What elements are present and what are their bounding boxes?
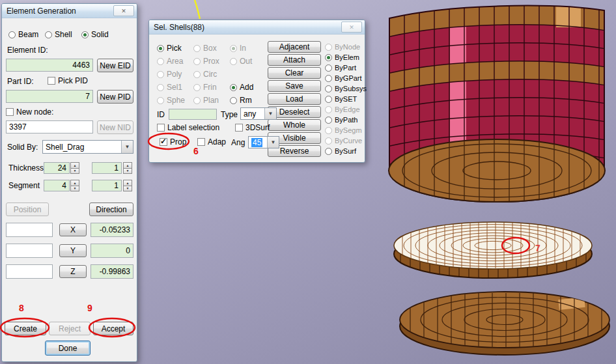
radio-label: ByPath: [335, 116, 357, 124]
spinner-down-icon[interactable]: ▼: [123, 169, 132, 175]
radio-dot: [157, 71, 164, 78]
save-button[interactable]: Save: [268, 80, 321, 92]
radio-label: BySubsys: [335, 85, 367, 92]
chevron-down-icon[interactable]: ▼: [264, 108, 276, 119]
solid-by-label: Solid By:: [7, 143, 38, 152]
radio-label: BySegm: [335, 126, 362, 134]
radio-dot: [230, 84, 237, 91]
type-label: Type: [221, 110, 238, 119]
radio-byset[interactable]: BySET: [325, 94, 357, 104]
spinner-down-icon[interactable]: ▼: [70, 186, 79, 192]
ang-value[interactable]: 45: [251, 138, 262, 147]
new-pid-button[interactable]: New PID: [97, 90, 133, 104]
radio-bygpart[interactable]: ByGPart: [325, 74, 362, 83]
radio-bypart[interactable]: ByPart: [325, 63, 356, 72]
load-button[interactable]: Load: [268, 93, 321, 105]
spinner-down-icon[interactable]: ▼: [123, 186, 132, 192]
radio-dot: [325, 137, 332, 145]
spinner-up-icon[interactable]: ▲: [123, 162, 132, 169]
segment-count-field[interactable]: 1: [92, 180, 122, 191]
radio-label: Pick: [167, 44, 182, 53]
prop-checkbox[interactable]: Prop: [160, 137, 186, 147]
radio-pick[interactable]: Pick: [157, 44, 182, 53]
spinner-up-icon[interactable]: ▲: [70, 162, 79, 169]
radio-sel1: Sel1: [157, 83, 182, 92]
axis-x-button[interactable]: X: [59, 223, 87, 236]
radio-add[interactable]: Add: [230, 83, 253, 92]
element-id-field[interactable]: 4463: [6, 59, 93, 72]
label-selection-checkbox[interactable]: Label selection: [157, 123, 219, 132]
radio-dot: [325, 85, 332, 92]
spinner-up-icon[interactable]: ▲: [70, 180, 79, 186]
ang-combo[interactable]: 45 ▼: [248, 136, 279, 148]
segment-field[interactable]: 4: [44, 180, 70, 191]
axis-y-button[interactable]: Y: [59, 244, 87, 257]
radio-dot: [193, 84, 201, 91]
cylinder-bottom-cap: [389, 139, 605, 202]
radio-label: In: [240, 44, 246, 53]
radio-bysegm: BySegm: [325, 126, 362, 135]
radio-bypath[interactable]: ByPath: [325, 115, 357, 124]
radio-beam[interactable]: Beam: [8, 30, 38, 39]
direction-z-value[interactable]: -0.99863: [91, 264, 133, 279]
radio-label: Circ: [203, 70, 217, 79]
radio-label: BySurf: [335, 147, 356, 155]
direction-x-input[interactable]: [6, 223, 53, 237]
radio-rm[interactable]: Rm: [230, 96, 252, 105]
segment-count-stepper[interactable]: ▲▼: [123, 180, 132, 191]
thickness-count-stepper[interactable]: ▲▼: [123, 162, 132, 174]
chevron-down-icon[interactable]: ▼: [121, 141, 133, 153]
accept-button[interactable]: Accept: [93, 322, 133, 335]
type-dropdown[interactable]: any ▼: [240, 107, 277, 120]
new-eid-button[interactable]: New EID: [97, 59, 133, 72]
direction-button[interactable]: Direction: [89, 203, 133, 216]
radio-label: Poly: [167, 70, 182, 79]
whole-button[interactable]: Whole: [268, 119, 321, 131]
new-node-field[interactable]: 3397: [6, 120, 93, 133]
radio-dot: [230, 97, 237, 104]
direction-z-input[interactable]: [6, 264, 53, 279]
radio-shell[interactable]: Shell: [45, 30, 72, 39]
thickness-field[interactable]: 24: [44, 162, 70, 174]
thickness-stepper[interactable]: ▲▼: [70, 162, 79, 174]
radio-label: ByPart: [335, 64, 356, 72]
radio-dot: [325, 44, 332, 51]
adjacent-button[interactable]: Adjacent: [268, 41, 321, 53]
3dsurf-checkbox[interactable]: 3DSurf: [235, 123, 270, 132]
clear-button[interactable]: Clear: [268, 67, 321, 79]
adap-checkbox[interactable]: Adap: [197, 137, 226, 147]
radio-byelem[interactable]: ByElem: [325, 53, 359, 62]
direction-x-value[interactable]: -0.05233: [91, 223, 133, 237]
chevron-down-icon[interactable]: ▼: [267, 137, 279, 148]
spinner-up-icon[interactable]: ▲: [123, 180, 132, 186]
radio-bysurf[interactable]: BySurf: [325, 147, 356, 156]
spinner-down-icon[interactable]: ▼: [70, 169, 79, 175]
radio-box: Box: [193, 44, 217, 53]
sel-shells-titlebar[interactable]: Sel. Shells(88) ✕: [149, 20, 365, 35]
axis-z-button[interactable]: Z: [59, 265, 87, 278]
thickness-count-field[interactable]: 1: [92, 162, 122, 174]
direction-y-input[interactable]: [6, 244, 53, 258]
close-icon[interactable]: ✕: [341, 21, 362, 33]
direction-y-value[interactable]: 0: [91, 244, 133, 258]
close-icon[interactable]: ✕: [113, 5, 134, 16]
element-generation-titlebar[interactable]: Element Generation ✕: [2, 4, 137, 18]
create-button[interactable]: Create: [5, 322, 46, 335]
done-button[interactable]: Done: [45, 341, 91, 356]
pick-pid-checkbox[interactable]: Pick PID: [48, 76, 88, 85]
radio-dot: [325, 117, 332, 124]
id-field[interactable]: [169, 109, 217, 120]
radio-dot: [81, 31, 89, 38]
radio-byedge: ByEdge: [325, 105, 360, 114]
new-node-checkbox[interactable]: New node:: [6, 107, 53, 117]
element-id-label: Element ID:: [7, 46, 48, 55]
attach-button[interactable]: Attach: [268, 54, 321, 66]
radio-label: Out: [240, 57, 252, 66]
checkbox-box: [157, 124, 165, 132]
part-id-field[interactable]: 7: [6, 90, 93, 103]
segment-stepper[interactable]: ▲▼: [70, 180, 79, 191]
solid-by-dropdown[interactable]: Shell_Drag ▼: [42, 140, 133, 154]
thickness-label: Thickness: [8, 163, 44, 173]
radio-solid[interactable]: Solid: [81, 30, 109, 39]
radio-bysubsys[interactable]: BySubsys: [325, 84, 367, 93]
